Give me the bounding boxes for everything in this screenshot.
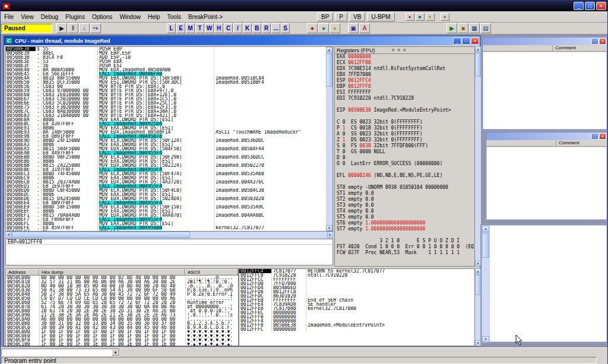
- plugin-options-icon[interactable]: ●: [426, 13, 435, 21]
- disasm-row[interactable]: 00508EA3.8B06MOV EAX,DWORD PTR DS:[ESI]: [6, 143, 326, 147]
- disasm-row[interactable]: 00508E8C.E8 4397F8FFCALL ImageRed.004925…: [6, 122, 326, 126]
- menu-item-plugins[interactable]: Plugins: [62, 12, 88, 21]
- register-line[interactable]: [335, 179, 474, 185]
- stack-row[interactable]: 0012FFC87C910228ntdll.7C910228: [239, 273, 474, 277]
- disasm-row[interactable]: 00508E91.8B06MOV EAX,DWORD PTR DS:[ESI]: [6, 126, 326, 130]
- stack-row[interactable]: 0012FFF800508E38ImageRed.<ModuleEntryPoi…: [239, 323, 474, 327]
- register-line[interactable]: ST1 empty 0.0: [335, 191, 474, 197]
- plugin-button-ubpm[interactable]: U-BPM: [367, 12, 394, 21]
- disasm-row[interactable]: 00508ED6.8B0D C8F45000MOV ECX,DWORD PTR …: [6, 188, 326, 192]
- disasm-row[interactable]: 00508EC9.8B06MOV EAX,DWORD PTR DS:[ESI]: [6, 176, 326, 180]
- dump-pane[interactable]: Address Hex dump ASCII 0050C00000 00 00 …: [5, 268, 239, 346]
- disasm-row[interactable]: 00508E56.C603 00MOV BYTE PTR DS:[EBX],0: [6, 84, 326, 88]
- stack-row[interactable]: 0012FFF400000000: [239, 319, 474, 323]
- scroll-left-icon[interactable]: ◄: [5, 232, 11, 238]
- comment-window-1-body[interactable]: [483, 52, 606, 129]
- stack-row[interactable]: 0012FFC47C817077RETURN to kernel32.7C817…: [239, 269, 474, 273]
- disasm-row[interactable]: 00508EFC.8B06MOV EAX,DWORD PTR DS:[ESI]: [6, 221, 326, 226]
- plugin-breakpoint-icon[interactable]: ●: [406, 13, 414, 21]
- register-line[interactable]: EFL 00000246 (NO,NB,E,BE,NS,PE,GE,LE): [335, 173, 474, 179]
- menu-item-file[interactable]: File: [1, 12, 17, 21]
- disasm-row[interactable]: 00508E83.C683 21040000 00MOV BYTE PTR DS…: [6, 113, 326, 118]
- registers-header-arrows[interactable]: < < <: [392, 48, 406, 53]
- dump-row[interactable]: 0050C01032 57 31 21 B6 00 A6 B6 00 A6 30…: [6, 280, 238, 284]
- register-line[interactable]: ST5 empty 0.0: [335, 214, 474, 220]
- register-line[interactable]: [335, 113, 474, 119]
- register-line[interactable]: ST6 empty 1.0000000000000000000: [335, 220, 474, 226]
- stack-row[interactable]: 0012FFD48054B6ED: [239, 286, 474, 290]
- disasm-row[interactable]: 00508E45.E8 56E1EFFFCALL ImageRed.00406F…: [6, 72, 326, 76]
- dump-row[interactable]: 0050C0208D 40 00 10 3B 05 8D 40 00 10 8D…: [6, 284, 238, 288]
- plugin-button-vb[interactable]: VB: [349, 12, 365, 21]
- register-line[interactable]: ST7 empty 1.0000000000000000000: [335, 226, 474, 232]
- stack-row[interactable]: 0012FFD07FFD7000: [239, 281, 474, 286]
- side-window-scrollbar[interactable]: ▲ ▼: [482, 226, 489, 343]
- stack-row[interactable]: 0012FFDC863D1020: [239, 294, 474, 298]
- disasm-row[interactable]: 00508E6E.C683 5C020000 00MOV BYTE PTR DS…: [6, 101, 326, 105]
- watch-icon[interactable]: ●: [318, 23, 329, 33]
- scroll-thumb[interactable]: [475, 53, 481, 77]
- stack-row[interactable]: 0012FFE87C817080kernel32.7C817080: [239, 306, 474, 311]
- register-line[interactable]: O 0 LastErr ERROR_SUCCESS (00000000): [335, 161, 474, 167]
- registers-scrollbar[interactable]: ▲ ▼: [475, 46, 481, 267]
- register-line[interactable]: P 1 CS 001B 32bit 0(FFFFFFFF): [335, 125, 474, 131]
- register-line[interactable]: ST2 empty 0.0: [335, 197, 474, 202]
- step-over-icon[interactable]: ↪: [90, 23, 101, 33]
- disassembly-pane[interactable]: 00508E38$55PUSH EBP00508E39.8BECMOV EBP,…: [5, 46, 333, 232]
- plugin-button-p[interactable]: P: [335, 12, 347, 21]
- patch-icon[interactable]: ●: [330, 23, 340, 33]
- step-into-icon[interactable]: ↓: [79, 23, 90, 33]
- menu-item-options[interactable]: Options: [88, 12, 116, 21]
- scroll-up-icon[interactable]: ▲: [326, 47, 332, 53]
- dump-row[interactable]: 0050C0F01F 00 1F 00 1F 00 1F 00 1F 00 1F…: [6, 338, 238, 342]
- register-line[interactable]: 3 2 1 0 E S P U O Z D I: [335, 238, 474, 244]
- disasm-row[interactable]: 00508E93.BA 148F5000MOV EDX,ImageRed.005…: [6, 130, 326, 134]
- close-button[interactable]: ×: [599, 133, 606, 140]
- register-line[interactable]: ST4 empty 0.0: [335, 208, 474, 214]
- dump-row[interactable]: 0050C08020 61 74 20 30 2E 30 2E 30 2D 31…: [6, 309, 238, 313]
- scroll-right-icon[interactable]: ►: [327, 232, 333, 238]
- dump-row[interactable]: 0050C06052 75 6E 74 69 6D 65 20 65 72 72…: [6, 300, 238, 305]
- register-line[interactable]: A 0 SS 0023 32bit 0(FFFFFFFF): [335, 131, 474, 137]
- breakpoint-icon[interactable]: ●: [307, 23, 318, 33]
- dump-row[interactable]: 0050C0C038 00 39 00 41 00 42 00 43 00 44…: [6, 325, 238, 330]
- stack-row[interactable]: 0012FFCCFFFFFFFF: [239, 277, 474, 281]
- register-line[interactable]: ESP 0012FFC4: [335, 78, 474, 84]
- dump-row[interactable]: 0050C1001F 00 1E 00 1F 00 1E 00 1F 00 1E…: [6, 342, 238, 346]
- dump-row[interactable]: 0050C04050 27 38 00 5A 65 A6 30 00 45 72…: [6, 292, 238, 296]
- panel-button-b[interactable]: B: [252, 23, 261, 33]
- disasm-row[interactable]: 00508E75.C683 F3020000 00MOV BYTE PTR DS…: [6, 105, 326, 109]
- disasm-row[interactable]: 00508EAB.E8 4497F8FFCALL ImageRed.004955…: [6, 151, 326, 155]
- comment-column-header[interactable]: Comment: [553, 45, 607, 51]
- command-input[interactable]: [2, 349, 112, 356]
- dump-row[interactable]: 0050C09021 2E 30 2E 3A 2E A6 2E 21 2E 30…: [6, 313, 238, 317]
- run-icon[interactable]: ▶: [56, 23, 67, 33]
- stack-row[interactable]: 0012FFE47C839AD8SE handler: [239, 302, 474, 306]
- stack-row[interactable]: 0012FFE0FFFFFFFFEnd of SEH chain: [239, 298, 474, 302]
- restore-button[interactable]: □: [591, 133, 598, 140]
- register-line[interactable]: FST 4020 Cond 1 0 0 0 Err 0 0 1 0 0 0 0 …: [335, 244, 474, 250]
- register-line[interactable]: EBP 0012FFF0: [335, 84, 474, 90]
- minimize-button[interactable]: _: [574, 2, 584, 10]
- disasm-row[interactable]: 00508EB0.8B0D 98F25000MOV ECX,DWORD PTR …: [6, 155, 326, 159]
- scroll-up-icon[interactable]: ▲: [475, 46, 481, 52]
- tile-windows-icon[interactable]: ▦: [469, 23, 480, 33]
- panel-button-m[interactable]: M: [186, 23, 195, 33]
- restore-button[interactable]: □: [591, 38, 598, 45]
- disasm-row[interactable]: 00508E3B.83C4 F0ADD ESP,-10: [6, 55, 326, 59]
- disasm-row[interactable]: 00508E59.C683 97000000 00MOV BYTE PTR DS…: [6, 88, 326, 93]
- dump-row[interactable]: 0050C0D01F 00 1F 00 1F 00 1F 00 1F 00 1F…: [6, 330, 238, 334]
- go-icon[interactable]: ▶: [446, 23, 457, 33]
- disasm-row[interactable]: 00508E60.C683 2E010000 00MOV BYTE PTR DS…: [6, 93, 326, 97]
- panel-button-h[interactable]: H: [214, 23, 223, 33]
- dump-row[interactable]: 0050C0E01F 00 1F 00 1F 00 1F 00 1F 00 1F…: [6, 334, 238, 338]
- info-pane[interactable]: EBP=0012FFF0: [5, 239, 333, 265]
- menu-item-debug[interactable]: Debug: [37, 12, 62, 21]
- disasm-row[interactable]: 00508EFE.E8 8597F8FFCALL ImageRed.004956…: [6, 226, 326, 230]
- panel-button-t[interactable]: T: [195, 23, 204, 33]
- comment-column-header[interactable]: Comment: [556, 140, 607, 146]
- register-line[interactable]: EIP 00508E38 ImageRed.<ModuleEntryPoint>: [335, 107, 474, 113]
- dump-row[interactable]: 0050C07061 74 20 30 30 30 30 30 30 30 30…: [6, 305, 238, 309]
- disasm-row[interactable]: 00508E7C.C683 8A030000 00MOV BYTE PTR DS…: [6, 109, 326, 113]
- register-line[interactable]: ECX 0012FFB0: [335, 60, 474, 66]
